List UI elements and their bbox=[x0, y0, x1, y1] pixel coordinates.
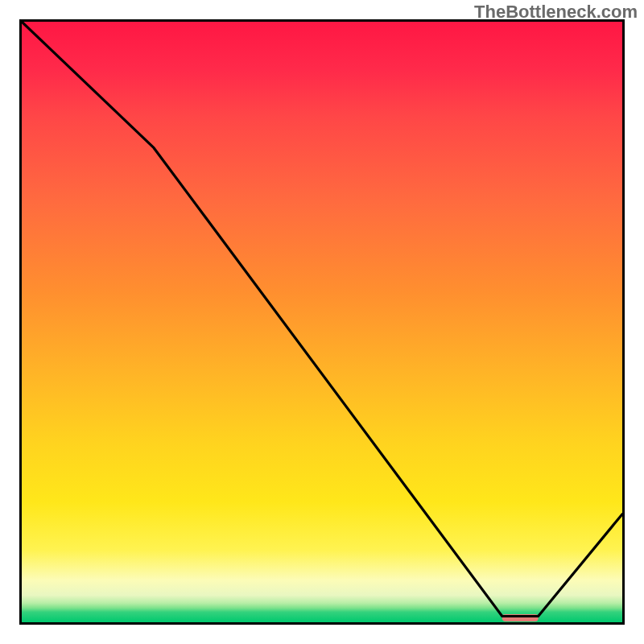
chart-container: TheBottleneck.com bbox=[0, 0, 644, 644]
line-overlay bbox=[22, 22, 622, 622]
plot-area bbox=[19, 19, 625, 625]
line-path bbox=[22, 22, 622, 617]
watermark-text: TheBottleneck.com bbox=[474, 2, 638, 23]
